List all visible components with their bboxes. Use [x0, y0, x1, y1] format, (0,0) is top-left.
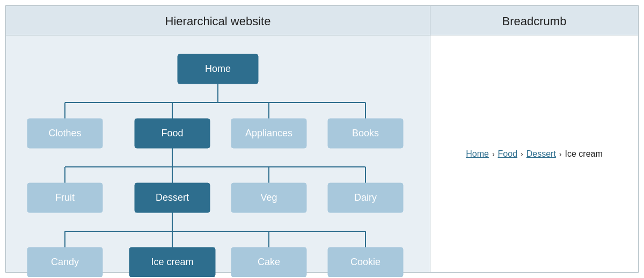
breadcrumb: Home › Food › Dessert › Ice cream [466, 149, 603, 159]
breadcrumb-food[interactable]: Food [498, 149, 517, 159]
tree-diagram: .n-active { fill: #2e6e8e; stroke: #2e6e… [11, 46, 425, 277]
node-icecream-label: Ice cream [151, 257, 193, 267]
node-appliances-label: Appliances [245, 128, 292, 138]
left-panel: Hierarchical website .n-active { fill: #… [6, 6, 430, 272]
node-home-label: Home [205, 63, 231, 74]
node-dessert-label: Dessert [156, 192, 189, 203]
breadcrumb-sep-2: › [521, 150, 523, 158]
breadcrumb-area: Home › Food › Dessert › Ice cream [430, 35, 638, 272]
node-food-label: Food [161, 128, 183, 138]
tree-area: .n-active { fill: #2e6e8e; stroke: #2e6e… [6, 35, 430, 278]
node-fruit-label: Fruit [55, 192, 75, 203]
node-cookie-label: Cookie [350, 257, 380, 267]
node-veg-label: Veg [260, 192, 277, 203]
breadcrumb-sep-1: › [492, 150, 495, 158]
node-clothes-label: Clothes [48, 128, 81, 138]
node-dairy-label: Dairy [354, 192, 377, 203]
breadcrumb-home[interactable]: Home [466, 149, 489, 159]
right-panel-header: Breadcrumb [430, 6, 638, 35]
breadcrumb-dessert[interactable]: Dessert [526, 149, 556, 159]
node-books-label: Books [352, 128, 379, 138]
breadcrumb-sep-3: › [559, 150, 562, 158]
left-panel-header: Hierarchical website [6, 6, 430, 35]
node-cake-label: Cake [258, 257, 280, 267]
main-container: Hierarchical website .n-active { fill: #… [5, 5, 639, 273]
node-candy-label: Candy [51, 257, 79, 267]
breadcrumb-icecream: Ice cream [565, 149, 603, 159]
right-panel: Breadcrumb Home › Food › Dessert › Ice c… [430, 6, 638, 272]
